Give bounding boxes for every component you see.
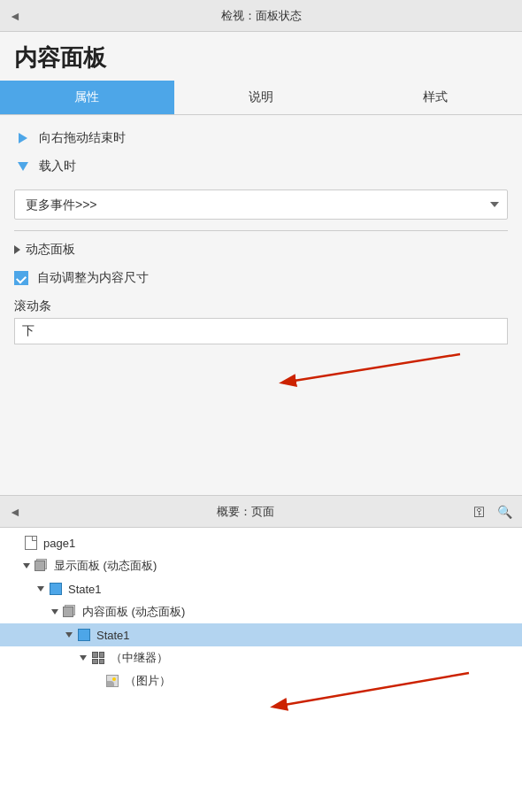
search-icon[interactable]: 🔍 (495, 503, 513, 521)
chevron-down-icon-state1-inner (65, 632, 73, 638)
event-load-label[interactable]: 载入时 (39, 159, 76, 174)
top-panel: ◄ 检视：面板状态 内容面板 属性 说明 样式 向右拖动结束时 载入时 更多事件… (0, 0, 522, 496)
title-bar-text: 检视：面板状态 (221, 8, 302, 24)
tree-container: page1 显示面板 (动态面板) S (0, 528, 522, 696)
panel-title: 内容面板 (14, 43, 508, 73)
blue-panel-icon-inner (78, 629, 90, 641)
title-bar: ◄ 检视：面板状态 (0, 0, 522, 32)
properties-content: 向右拖动结束时 载入时 更多事件>>> 动态面板 自动调整为内容尺寸 滚动条 (0, 115, 522, 353)
dynamic-panel-layers-icon (35, 559, 49, 573)
tree-label-content-panel: 内容面板 (动态面板) (82, 604, 185, 620)
blue-panel-icon (50, 583, 62, 595)
page-icon (23, 535, 39, 551)
layers-icon-content (62, 604, 78, 620)
tree-label-page1: page1 (43, 537, 75, 550)
tree-item-repeater[interactable]: （中继器） (0, 646, 522, 669)
tree-item-state1-inner[interactable]: State1 (0, 623, 522, 646)
blue-square-icon-state1-top (48, 581, 64, 597)
tab-style[interactable]: 样式 (348, 81, 522, 114)
auto-resize-checkbox[interactable] (14, 271, 28, 285)
filter-icon[interactable]: ⚿ (471, 503, 488, 521)
chevron-display-panel (21, 561, 32, 571)
image-icon (104, 673, 120, 689)
chevron-repeater (78, 653, 88, 663)
section-chevron-icon (14, 245, 20, 254)
chevron-down-icon (23, 563, 30, 568)
tree-item-display-panel[interactable]: 显示面板 (动态面板) (0, 554, 522, 577)
tree-label-display-panel: 显示面板 (动态面板) (54, 558, 157, 574)
outline-title-bar: ◄ 概要：页面 ⚿ 🔍 (0, 496, 522, 528)
tree-label-image: （图片） (125, 673, 171, 689)
tree-item-image[interactable]: （图片） (0, 669, 522, 692)
event-row-load: 载入时 (14, 152, 508, 181)
dynamic-panel-section-header: 动态面板 (14, 242, 508, 258)
chevron-down-icon-content (51, 609, 58, 615)
chevron-content-panel (50, 607, 60, 617)
more-events-dropdown[interactable]: 更多事件>>> (14, 189, 508, 220)
scrollbar-label: 滚动条 (14, 298, 508, 314)
divider-1 (14, 230, 508, 231)
panel-title-section: 内容面板 (0, 32, 522, 81)
tabs-row: 属性 说明 样式 (0, 81, 522, 115)
layers-icon-display (34, 558, 50, 574)
image-file-icon (106, 675, 119, 687)
repeater-grid-icon (92, 652, 104, 664)
blue-square-icon-state1-inner (76, 627, 92, 643)
no-chevron-page1 (11, 537, 21, 548)
load-icon (14, 158, 32, 175)
scrollbar-input[interactable] (14, 318, 508, 344)
tree-item-state1-top[interactable]: State1 (0, 577, 522, 600)
tree-label-repeater: （中继器） (111, 650, 168, 666)
chevron-down-icon-state1 (37, 586, 44, 592)
tree-item-content-panel[interactable]: 内容面板 (动态面板) (0, 600, 522, 623)
outline-icons: ⚿ 🔍 (471, 503, 513, 521)
arrow-down-icon (18, 162, 28, 171)
more-events-dropdown-wrapper: 更多事件>>> (14, 189, 508, 220)
svg-line-0 (283, 354, 460, 383)
tab-properties[interactable]: 属性 (0, 81, 174, 114)
dynamic-panel-layers-icon-2 (63, 605, 77, 619)
outline-back-arrow-icon[interactable]: ◄ (9, 505, 21, 519)
back-arrow-icon[interactable]: ◄ (9, 9, 21, 23)
arrow-right-icon (19, 133, 27, 143)
event-drag-label[interactable]: 向右拖动结束时 (39, 130, 126, 146)
bottom-panel: ◄ 概要：页面 ⚿ 🔍 page1 (0, 496, 522, 812)
page-file-icon (25, 536, 37, 550)
chevron-down-icon-repeater (80, 655, 87, 661)
drag-end-icon (14, 129, 32, 147)
tree-label-state1-top: State1 (68, 583, 102, 596)
repeater-icon (90, 650, 106, 666)
tree-item-page1[interactable]: page1 (0, 531, 522, 554)
no-chevron-image (92, 676, 103, 686)
event-row-drag: 向右拖动结束时 (14, 124, 508, 152)
chevron-state1-inner (64, 630, 74, 640)
tree-label-state1-inner: State1 (96, 629, 130, 642)
chevron-state1-top (35, 584, 46, 594)
tab-description[interactable]: 说明 (174, 81, 349, 114)
outline-title-text: 概要：页面 (21, 504, 471, 520)
auto-resize-label: 自动调整为内容尺寸 (37, 270, 149, 286)
auto-resize-checkbox-row[interactable]: 自动调整为内容尺寸 (14, 267, 508, 290)
dynamic-panel-section-title: 动态面板 (26, 242, 75, 258)
